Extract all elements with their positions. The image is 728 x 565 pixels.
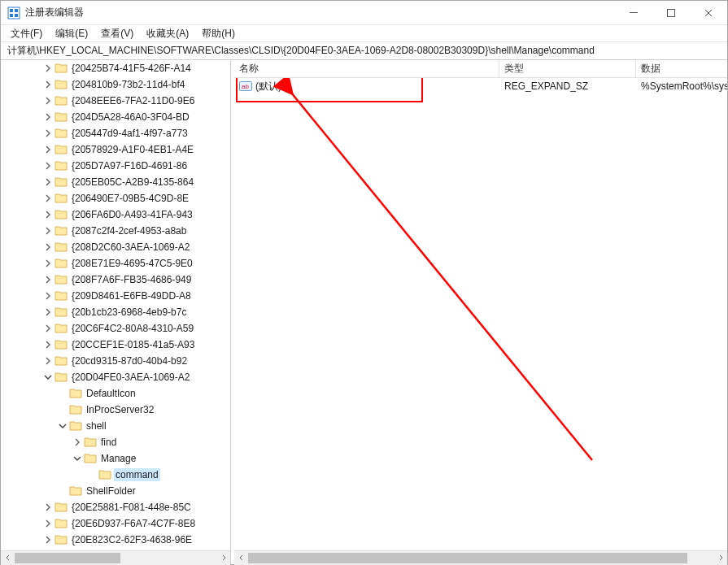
tree-node[interactable]: {20C6F4C2-80A8-4310-A59: [1, 320, 230, 337]
folder-icon: [54, 354, 68, 367]
expand-toggle[interactable]: [41, 143, 54, 156]
scroll-right-icon[interactable]: [713, 551, 727, 565]
tree-node[interactable]: {206490E7-09B5-4C9D-8E: [1, 190, 230, 206]
minimize-button[interactable]: [615, 1, 652, 25]
tree-horizontal-scrollbar[interactable]: [1, 550, 230, 564]
svg-rect-2: [15, 9, 18, 12]
folder-icon: [54, 289, 68, 302]
scroll-left-icon[interactable]: [1, 551, 15, 565]
scroll-track[interactable]: [248, 551, 713, 565]
tree-node[interactable]: {2087c2f4-2cef-4953-a8ab: [1, 223, 230, 239]
tree-node[interactable]: {204810b9-73b2-11d4-bf4: [1, 76, 230, 93]
expand-toggle[interactable]: [41, 62, 54, 75]
menu-view[interactable]: 查看(V): [94, 25, 140, 42]
expand-toggle[interactable]: [56, 419, 69, 432]
expand-toggle[interactable]: [41, 208, 54, 221]
svg-rect-3: [10, 14, 13, 17]
folder-icon: [84, 436, 97, 449]
expand-toggle[interactable]: [41, 241, 54, 254]
tree-node[interactable]: {208E71E9-4695-47C5-9E0: [1, 255, 230, 272]
scroll-thumb[interactable]: [15, 553, 120, 563]
folder-icon: [69, 387, 82, 400]
tree-node[interactable]: {208D2C60-3AEA-1069-A2: [1, 239, 230, 255]
tree-node[interactable]: {206FA6D0-A493-41FA-943: [1, 206, 230, 223]
expand-toggle[interactable]: [41, 78, 54, 91]
tree-node[interactable]: {205D7A97-F16D-4691-86: [1, 158, 230, 174]
value-row[interactable]: ab (默认) REG_EXPAND_SZ %SystemRoot%\syste…: [234, 78, 727, 94]
tree-node[interactable]: {209D8461-E6FB-49DD-A8: [1, 288, 230, 304]
tree-node[interactable]: {20E25881-F081-448e-85C: [1, 499, 230, 515]
tree-node-label: {204D5A28-46A0-3F04-BD: [70, 111, 191, 124]
column-type[interactable]: 类型: [499, 60, 636, 77]
expand-toggle[interactable]: [41, 371, 54, 384]
expand-toggle[interactable]: [41, 159, 54, 172]
svg-rect-6: [668, 9, 675, 16]
tree-node[interactable]: shell: [1, 418, 230, 434]
menu-help[interactable]: 帮助(H): [195, 25, 242, 42]
folder-icon: [54, 94, 68, 107]
expand-toggle[interactable]: [41, 176, 54, 189]
maximize-button[interactable]: [652, 1, 690, 25]
column-data[interactable]: 数据: [636, 60, 727, 77]
folder-icon: [54, 338, 68, 351]
expand-toggle[interactable]: [41, 257, 54, 270]
tree-node[interactable]: find: [1, 434, 230, 450]
close-button[interactable]: [690, 1, 727, 25]
expand-toggle[interactable]: [41, 289, 54, 302]
expand-toggle[interactable]: [71, 452, 84, 465]
tree-node[interactable]: {205447d9-4af1-4f97-a773: [1, 125, 230, 141]
folder-icon: [54, 501, 68, 514]
scroll-track[interactable]: [15, 551, 216, 565]
expand-toggle[interactable]: [41, 533, 54, 546]
tree-node[interactable]: {20D04FE0-3AEA-1069-A2: [1, 369, 230, 385]
scroll-left-icon[interactable]: [234, 551, 248, 565]
expand-toggle[interactable]: [41, 111, 54, 124]
expand-toggle[interactable]: [41, 127, 54, 140]
expand-toggle[interactable]: [71, 436, 84, 449]
tree-node[interactable]: {205EB05C-A2B9-4135-864: [1, 174, 230, 190]
registry-tree[interactable]: {20425B74-41F5-426F-A14{204810b9-73b2-11…: [1, 60, 230, 550]
tree-node[interactable]: {204D5A28-46A0-3F04-BD: [1, 109, 230, 125]
tree-node[interactable]: {20425B74-41F5-426F-A14: [1, 60, 230, 76]
tree-node[interactable]: DefaultIcon: [1, 385, 230, 402]
expand-toggle[interactable]: [41, 94, 54, 107]
expand-toggle[interactable]: [41, 354, 54, 367]
tree-node[interactable]: {20CCEF1E-0185-41a5-A93: [1, 337, 230, 353]
tree-node[interactable]: {20cd9315-87d0-40b4-b92: [1, 353, 230, 369]
expand-toggle[interactable]: [41, 338, 54, 351]
address-input[interactable]: [6, 45, 722, 58]
expand-toggle[interactable]: [41, 273, 54, 286]
tree-node[interactable]: ShellFolder: [1, 483, 230, 499]
tree-node-label: {20CCEF1E-0185-41a5-A93: [70, 338, 196, 351]
string-value-icon: ab: [239, 80, 252, 93]
expand-toggle[interactable]: [41, 501, 54, 514]
tree-node-label: Manage: [99, 452, 137, 465]
svg-text:ab: ab: [242, 83, 249, 90]
tree-node[interactable]: {208F7A6F-FB35-4686-949: [1, 272, 230, 288]
scroll-thumb[interactable]: [248, 553, 687, 563]
tree-node[interactable]: InProcServer32: [1, 402, 230, 418]
expand-toggle[interactable]: [41, 224, 54, 237]
menu-favorites[interactable]: 收藏夹(A): [140, 25, 195, 42]
tree-node[interactable]: {2048EEE6-7FA2-11D0-9E6: [1, 93, 230, 109]
tree-node[interactable]: {20E6D937-F6A7-4C7F-8E8: [1, 515, 230, 532]
column-name[interactable]: 名称: [234, 60, 499, 77]
expand-toggle[interactable]: [41, 322, 54, 335]
scroll-right-icon[interactable]: [216, 551, 230, 565]
expand-toggle[interactable]: [41, 306, 54, 319]
window-controls: [615, 1, 727, 25]
menu-edit[interactable]: 编辑(E): [49, 25, 94, 42]
menubar: 文件(F) 编辑(E) 查看(V) 收藏夹(A) 帮助(H): [1, 25, 727, 42]
tree-node[interactable]: {20b1cb23-6968-4eb9-b7c: [1, 304, 230, 320]
svg-rect-4: [15, 14, 18, 17]
tree-node[interactable]: {20578929-A1F0-4EB1-A4E: [1, 141, 230, 158]
tree-node[interactable]: {20E823C2-62F3-4638-96E: [1, 532, 230, 548]
titlebar: 注册表编辑器: [1, 1, 727, 25]
expand-toggle[interactable]: [41, 192, 54, 205]
tree-node[interactable]: Manage: [1, 450, 230, 467]
values-horizontal-scrollbar[interactable]: [234, 550, 727, 564]
tree-node[interactable]: command: [1, 467, 230, 483]
menu-file[interactable]: 文件(F): [4, 25, 49, 42]
values-list[interactable]: ab (默认) REG_EXPAND_SZ %SystemRoot%\syste…: [234, 78, 727, 550]
expand-toggle[interactable]: [41, 517, 54, 530]
